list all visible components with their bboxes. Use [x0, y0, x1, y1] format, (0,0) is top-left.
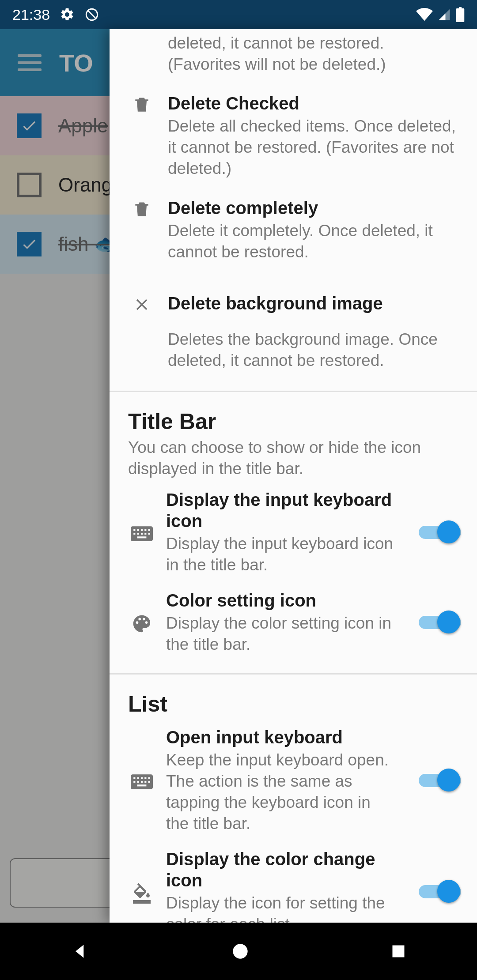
- svg-rect-1: [133, 529, 135, 531]
- status-bar: 21:38: [0, 0, 477, 29]
- setting-title: Delete completely: [168, 197, 461, 219]
- setting-sub: Display the color setting icon in the ti…: [166, 613, 398, 655]
- setting-sub: Display the icon for setting the color f…: [166, 893, 398, 923]
- setting-delete-all-partial[interactable]: All of them will be deleted. Once delete…: [110, 29, 477, 84]
- toggle-switch[interactable]: [419, 768, 461, 793]
- setting-sub: Delete all checked items. Once deleted, …: [168, 116, 461, 179]
- svg-rect-23: [137, 784, 147, 786]
- keyboard-icon: [128, 771, 155, 790]
- toggle-switch[interactable]: [419, 879, 461, 905]
- section-title: List: [128, 691, 458, 717]
- back-icon[interactable]: [71, 942, 90, 961]
- svg-rect-17: [148, 777, 150, 779]
- svg-rect-13: [133, 777, 135, 779]
- close-icon: [128, 293, 155, 371]
- setting-title: Display the input keyboard icon: [166, 489, 398, 531]
- svg-rect-14: [137, 777, 139, 779]
- setting-delete-completely[interactable]: Delete completely Delete it completely. …: [110, 188, 477, 271]
- setting-title: Display the color change icon: [166, 848, 398, 891]
- svg-rect-5: [148, 529, 150, 531]
- svg-rect-10: [148, 533, 150, 535]
- svg-rect-18: [133, 781, 135, 783]
- settings-panel[interactable]: All of them will be deleted. Once delete…: [110, 29, 477, 923]
- status-right: [416, 7, 465, 22]
- status-time: 21:38: [12, 6, 50, 23]
- setting-sub: Deletes the background image. Once delet…: [168, 329, 461, 371]
- status-left: 21:38: [12, 6, 99, 23]
- setting-title: Delete background image: [168, 293, 461, 314]
- setting-sub: Display the input keyboard icon in the t…: [166, 533, 398, 576]
- svg-rect-8: [141, 533, 143, 535]
- setting-display-color-change[interactable]: Display the color change icon Display th…: [110, 841, 477, 923]
- setting-display-keyboard-icon[interactable]: Display the input keyboard icon Display …: [110, 482, 477, 583]
- svg-rect-22: [148, 781, 150, 783]
- setting-delete-bg-image[interactable]: Delete background image Deletes the back…: [110, 284, 477, 380]
- svg-rect-9: [144, 533, 146, 535]
- setting-open-input-keyboard[interactable]: Open input keyboard Keep the input keybo…: [110, 720, 477, 841]
- toggle-switch[interactable]: [419, 520, 461, 545]
- divider: [110, 673, 477, 675]
- signal-icon: [437, 8, 451, 21]
- svg-rect-2: [137, 529, 139, 531]
- svg-rect-11: [137, 536, 147, 538]
- nav-bar: [0, 923, 477, 980]
- section-title-bar: Title Bar You can choose to show or hide…: [110, 403, 477, 482]
- setting-sub: All of them will be deleted. Once delete…: [168, 29, 461, 75]
- svg-rect-20: [141, 781, 143, 783]
- toggle-switch[interactable]: [419, 610, 461, 635]
- section-list: List: [110, 685, 477, 720]
- svg-rect-15: [141, 777, 143, 779]
- dnd-icon: [84, 7, 99, 22]
- svg-rect-21: [144, 781, 146, 783]
- divider: [110, 391, 477, 392]
- battery-icon: [456, 7, 465, 22]
- setting-title: Open input keyboard: [166, 727, 398, 748]
- setting-title: Color setting icon: [166, 590, 398, 611]
- setting-title: Delete Checked: [168, 93, 461, 114]
- setting-delete-checked[interactable]: Delete Checked Delete all checked items.…: [110, 84, 477, 188]
- svg-point-24: [233, 944, 247, 958]
- svg-rect-16: [144, 777, 146, 779]
- setting-color-setting-icon[interactable]: Color setting icon Display the color set…: [110, 583, 477, 662]
- format-color-fill-icon: [128, 880, 155, 904]
- svg-rect-25: [393, 946, 405, 957]
- section-title: Title Bar: [128, 409, 458, 434]
- home-icon[interactable]: [231, 942, 249, 960]
- section-sub: You can choose to show or hide the icon …: [128, 437, 458, 479]
- palette-icon: [128, 611, 155, 634]
- svg-rect-6: [133, 533, 135, 535]
- svg-rect-3: [141, 529, 143, 531]
- wifi-icon: [416, 8, 433, 21]
- gear-icon: [60, 7, 75, 22]
- recents-icon[interactable]: [390, 943, 406, 959]
- svg-rect-7: [137, 533, 139, 535]
- setting-sub: Keep the input keyboard open. The action…: [166, 750, 398, 834]
- svg-rect-19: [137, 781, 139, 783]
- setting-sub: Delete it completely. Once deleted, it c…: [168, 220, 461, 263]
- delete-completely-icon: [128, 197, 155, 263]
- delete-checked-icon: [128, 93, 155, 179]
- svg-rect-4: [144, 529, 146, 531]
- keyboard-icon: [128, 523, 155, 542]
